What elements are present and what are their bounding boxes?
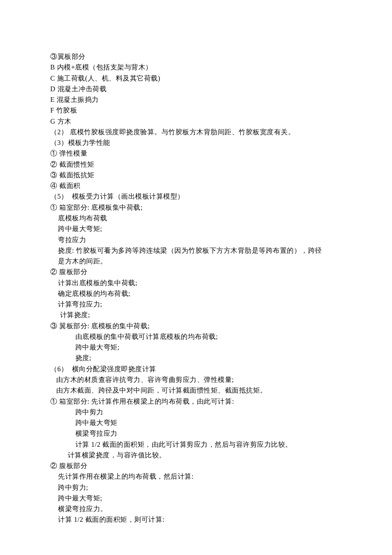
text-line: 跨中最大弯矩 [50,417,342,428]
document-page: ③翼板部分 B 内模+底模（包括支架与背木） C 施工荷载(人、机、料及其它荷载… [0,0,392,555]
text-line: 横梁弯拉应力 [50,428,342,439]
text-line: ① 弹性模量 [50,148,342,159]
text-line: ④ 截面积 [50,180,342,191]
text-line: （6） 横向分配梁强度即挠度计算 [50,364,342,374]
text-line: 跨中剪力; [50,482,342,493]
text-line: ② 截面惯性矩 [50,159,342,170]
text-line: （3）模板力学性能 [50,137,342,148]
text-line: C 施工荷载(人、机、料及其它荷载) [50,73,342,84]
text-line: 由方木的材质查容许抗弯力、容许弯曲剪应力、弹性模量; [50,374,342,385]
text-line: 由方木截面、跨径及中对中间距，可计算截面惯性矩、截面抵抗矩。 [50,385,342,396]
text-line: 先计算作用在横梁上的均布荷载，然后计算: [50,471,342,482]
text-line: 跨中最大弯矩; [50,223,342,234]
text-line: （2） 底模竹胶板强度即挠度验算。与竹胶板方木背肋间距、竹胶板宽度有关。 [50,127,342,137]
text-line: 挠度: 竹胶板可看为多跨等跨连续梁（因为竹胶板下方方木背肋是等跨布置的），跨径 [50,245,342,256]
text-line: 跨中最大弯矩; [50,342,342,353]
text-line: 计算弯拉应力; [50,299,342,309]
text-line: 计算 1/2 截面的面积矩，则可计算: [50,514,342,525]
text-line: 弯拉应力 [50,234,342,245]
text-line: ③ 截面抵抗矩 [50,170,342,180]
text-line: 计算出底模板的集中荷载; [50,278,342,288]
text-line: E 混凝土振捣力 [50,94,342,105]
text-line: D 混凝土冲击荷载 [50,84,342,94]
text-line: ③翼板部分 [50,51,342,62]
text-line: F 竹胶板 [50,105,342,116]
text-line: 计算挠度; [50,309,342,320]
text-line: G 方木 [50,116,342,127]
text-line: ③ 翼板部分: 底模板的集中荷载; [50,321,342,331]
text-line: 确定底模板的均布荷载; [50,288,342,299]
text-line: 由底模板的集中荷载可计算底模板的均布荷载; [50,331,342,342]
text-line: 跨中剪力 [50,407,342,417]
text-line: 计算 1/2 截面的面积矩，由此可计算剪应力，然后与容许剪应力比较。 [50,439,342,450]
text-line: ① 箱室部分: 先计算作用在横梁上的均布荷载，由此可计算: [50,396,342,407]
text-line: （5） 模板受力计算（画出模板计算模型） [50,191,342,202]
text-line: 计算横梁挠度，与容许值比较。 [50,450,342,460]
text-line: 底模板均布荷载 [50,213,342,223]
text-line: ② 腹板部分 [50,266,342,277]
text-line: 是方木的间距。 [50,256,342,266]
text-line: 挠度; [50,353,342,363]
text-line: 横梁弯拉应力。 [50,503,342,514]
text-line: ① 箱室部分: 底模板集中荷载; [50,202,342,213]
text-line: B 内模+底模（包括支架与背木） [50,62,342,72]
text-line: 跨中最大弯矩; [50,493,342,503]
text-line: ② 腹板部分 [50,460,342,471]
